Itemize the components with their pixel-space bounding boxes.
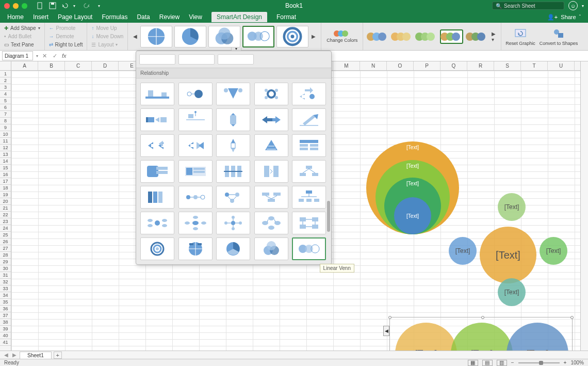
ic-sat-0[interactable]: [Text] [504, 203, 519, 211]
redo-icon[interactable] [83, 2, 90, 9]
row-header-31[interactable]: 31 [0, 272, 11, 279]
relationship-layout-34[interactable] [254, 237, 288, 260]
stacked-venn-label-1[interactable]: [Text] [406, 163, 419, 169]
row-header-21[interactable]: 21 [0, 205, 11, 212]
relationship-layout-24[interactable] [254, 186, 288, 209]
row-header-40[interactable]: 40 [0, 332, 11, 339]
row-header-9[interactable]: 9 [0, 124, 11, 131]
row-headers[interactable]: 1234567891011121314151617181920212223242… [0, 71, 11, 351]
dd-recent-3[interactable] [218, 54, 254, 65]
relationship-layout-22[interactable] [178, 186, 213, 209]
layout-option-5[interactable] [276, 26, 308, 47]
resize-handle[interactable] [570, 316, 574, 319]
relationship-layout-10[interactable] [292, 108, 326, 131]
ic-sat-2[interactable]: [Text] [504, 289, 519, 296]
relationship-layout-29[interactable] [254, 212, 288, 234]
save-icon[interactable] [49, 2, 56, 9]
row-header-39[interactable]: 39 [0, 326, 11, 332]
close-window-icon[interactable] [4, 3, 10, 9]
relationship-layout-26[interactable] [140, 212, 174, 234]
tab-insert[interactable]: Insert [33, 12, 48, 22]
row-header-17[interactable]: 17 [0, 178, 11, 185]
row-header-19[interactable]: 19 [0, 192, 11, 198]
relationship-layout-35[interactable] [292, 237, 326, 260]
ic-center-label[interactable]: [Text] [496, 249, 520, 261]
row-header-36[interactable]: 36 [0, 306, 11, 312]
row-header-32[interactable]: 32 [0, 279, 11, 285]
relationship-layout-21[interactable] [140, 186, 174, 209]
relationship-layout-15[interactable] [292, 134, 326, 157]
user-account-icon[interactable]: ☺ [568, 1, 578, 10]
add-shape-button[interactable]: ✚Add Shape▾ [4, 24, 40, 33]
gallery-prev-icon[interactable]: ◀ [132, 26, 138, 47]
tab-data[interactable]: Data [137, 12, 150, 22]
right-to-left-button[interactable]: ⇄Right to Left [49, 41, 83, 49]
row-header-41[interactable]: 41 [0, 339, 11, 346]
stacked-venn-label-3[interactable]: [Text] [406, 213, 419, 219]
tab-formulas[interactable]: Formulas [102, 12, 127, 22]
tab-smartart-design[interactable]: SmartArt Design [211, 12, 267, 22]
zoom-slider[interactable] [518, 362, 560, 363]
stacked-venn-label-0[interactable]: [Text] [406, 145, 419, 150]
relationship-layout-31[interactable] [140, 237, 174, 260]
add-sheet-button[interactable]: + [54, 352, 62, 359]
dd-scrollbar[interactable] [327, 129, 330, 263]
row-header-14[interactable]: 14 [0, 158, 11, 165]
layout-option-3[interactable] [208, 26, 240, 47]
doc-icon[interactable] [37, 2, 44, 9]
col-header-C[interactable]: C [65, 61, 92, 70]
row-header-24[interactable]: 24 [0, 225, 11, 232]
layout-option-1[interactable] [140, 26, 172, 47]
sheet-nav-prev-icon[interactable]: ◀ [3, 352, 9, 358]
tab-home[interactable]: Home [7, 12, 24, 22]
formula-accept-icon[interactable]: ✓ [50, 53, 60, 59]
row-header-13[interactable]: 13 [0, 151, 11, 158]
undo-dropdown-icon[interactable]: ▾ [71, 2, 78, 9]
relationship-layout-9[interactable] [254, 108, 288, 131]
col-header-R[interactable]: R [467, 61, 494, 70]
col-header-B[interactable]: B [38, 61, 65, 70]
relationship-layout-6[interactable] [140, 108, 174, 131]
relationship-layout-1[interactable] [140, 83, 174, 105]
row-header-34[interactable]: 34 [0, 292, 11, 299]
select-all-corner[interactable] [0, 61, 11, 71]
row-header-15[interactable]: 15 [0, 165, 11, 171]
relationship-layout-16[interactable] [140, 160, 174, 183]
relationship-layout-28[interactable] [216, 212, 250, 234]
relationship-layout-4[interactable] [254, 83, 288, 105]
layout-option-2[interactable] [174, 26, 206, 47]
maximize-window-icon[interactable] [22, 3, 27, 9]
col-header-P[interactable]: P [414, 61, 440, 70]
name-box-dropdown-icon[interactable]: ▾ [35, 54, 39, 58]
row-header-35[interactable]: 35 [0, 299, 11, 306]
tab-view[interactable]: View [189, 12, 202, 22]
name-box[interactable]: Diagram 1 [2, 51, 33, 60]
row-header-5[interactable]: 5 [0, 98, 11, 104]
resize-handle[interactable] [388, 316, 391, 319]
row-header-3[interactable]: 3 [0, 84, 11, 91]
relationship-layout-23[interactable] [216, 186, 250, 209]
row-header-18[interactable]: 18 [0, 185, 11, 192]
undo-icon[interactable] [61, 2, 69, 9]
search-sheet-input[interactable]: 🔍 Search Sheet [492, 2, 564, 10]
row-header-22[interactable]: 22 [0, 212, 11, 218]
color-gallery-more-icon[interactable]: ▶▾ [491, 29, 497, 44]
page-layout-view-icon[interactable]: ▤ [482, 360, 493, 366]
interconnected-rings-diagram[interactable]: [Text] [Text] [Text] [Text] [Text] [Text… [449, 198, 567, 312]
relationship-layout-18[interactable] [216, 160, 250, 183]
row-header-23[interactable]: 23 [0, 218, 11, 225]
sheet-tab-sheet1[interactable]: Sheet1 [20, 352, 52, 359]
color-option-4[interactable] [440, 29, 463, 44]
layout-option-linear-venn[interactable] [242, 26, 274, 47]
relationship-layout-30[interactable] [292, 212, 326, 234]
col-header-S[interactable]: S [494, 61, 521, 70]
row-header-8[interactable]: 8 [0, 118, 11, 124]
relationship-layout-11[interactable] [140, 134, 174, 157]
row-header-33[interactable]: 33 [0, 285, 11, 292]
row-header-20[interactable]: 20 [0, 198, 11, 205]
formula-cancel-icon[interactable]: ✕ [39, 53, 50, 59]
row-header-7[interactable]: 7 [0, 111, 11, 118]
relationship-layout-3[interactable] [216, 83, 250, 105]
row-header-29[interactable]: 29 [0, 259, 11, 265]
relationship-layout-27[interactable] [178, 212, 213, 234]
